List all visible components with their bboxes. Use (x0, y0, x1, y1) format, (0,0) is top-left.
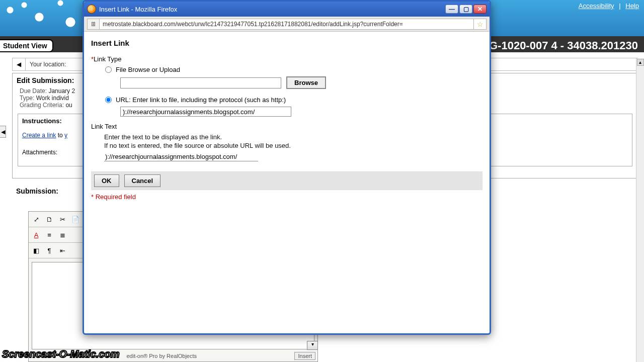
expand-icon[interactable]: ⤢ (31, 214, 42, 225)
instructions-rest-link[interactable]: y (64, 132, 67, 139)
breadcrumb-label: Your location: (26, 61, 66, 68)
file-browse-label: File Browse or Upload (116, 66, 180, 73)
submission-label: Submission: (16, 187, 58, 195)
type-value: Work individ (36, 95, 69, 102)
align-center-icon[interactable]: ≣ (57, 229, 68, 240)
editor-mode: Insert (294, 352, 315, 360)
url-radio[interactable] (105, 97, 112, 103)
font-color-icon[interactable]: A (31, 229, 42, 240)
page-scrollbar[interactable]: ▴ (636, 58, 644, 362)
url-option-label: URL: Enter link to file, including the p… (116, 96, 286, 104)
dialog-title: Insert Link - Mozilla Firefox (99, 6, 445, 13)
left-collapse-handle[interactable]: ◀ (0, 126, 6, 138)
top-links: Accessibility | Help (579, 2, 639, 10)
course-title: G-1020-007 4 - 34038.201230 (489, 39, 638, 52)
required-field-note: * Required field (91, 193, 482, 201)
insert-link-dialog: Insert Link - Mozilla Firefox — ▢ ✕ 🗏 ☆ … (83, 0, 491, 335)
grading-label: Grading Criteria: (20, 102, 64, 109)
editor-zoom-dropdown[interactable]: ▾ (307, 341, 318, 350)
firefox-icon (87, 5, 96, 14)
due-date-value: January 2 (48, 87, 75, 95)
browse-button[interactable]: Browse (286, 76, 326, 89)
accessibility-link[interactable]: Accessibility (579, 2, 614, 10)
dialog-button-bar: OK Cancel (91, 171, 482, 190)
url-input[interactable] (99, 19, 473, 30)
dialog-content: Insert Link *Link Type File Browse or Up… (84, 32, 490, 206)
align-left-icon[interactable]: ≡ (44, 229, 55, 240)
site-identity-icon[interactable]: 🗏 (87, 19, 99, 30)
bookmark-star-icon[interactable]: ☆ (473, 19, 487, 30)
link-text-input[interactable] (104, 152, 258, 161)
grading-value: ou (65, 102, 72, 109)
cancel-button[interactable]: Cancel (124, 174, 161, 187)
outdent-icon[interactable]: ⇤ (57, 245, 68, 256)
ok-button[interactable]: OK (94, 174, 119, 187)
dialog-heading: Insert Link (91, 39, 482, 47)
address-bar: 🗏 ☆ (84, 17, 490, 32)
help-link[interactable]: Help (625, 2, 639, 10)
link-separator: | (619, 2, 620, 10)
cut-icon[interactable]: ✂ (57, 214, 68, 225)
breadcrumb-back-button[interactable]: ◀ (13, 58, 26, 70)
url-value-input[interactable] (120, 107, 291, 117)
link-text-hint1: Enter the text to be displayed as the li… (104, 133, 482, 141)
scroll-up-icon[interactable]: ▴ (637, 59, 644, 66)
dialog-titlebar[interactable]: Insert Link - Mozilla Firefox — ▢ ✕ (84, 2, 490, 17)
link-text-label: Link Text (91, 123, 482, 130)
file-browse-radio[interactable] (105, 66, 112, 73)
due-date-label: Due Date: (20, 87, 47, 95)
type-label: Type: (20, 95, 34, 102)
close-button[interactable]: ✕ (473, 5, 487, 14)
instructions-to: to (58, 132, 63, 139)
minimize-button[interactable]: — (445, 5, 458, 14)
link-text-hint2: If no text is entered, the file source o… (104, 142, 482, 149)
cube-icon[interactable]: ◧ (31, 245, 42, 256)
student-view-tab[interactable]: Student View (0, 39, 53, 52)
copy-icon[interactable]: 📄 (70, 214, 81, 225)
watermark: Screencast-O-Matic.com (2, 348, 119, 360)
new-doc-icon[interactable]: 🗋 (44, 214, 55, 225)
file-path-input[interactable] (120, 77, 281, 88)
pilcrow-icon[interactable]: ¶ (44, 245, 55, 256)
link-type-label: *Link Type (91, 55, 482, 63)
maximize-button[interactable]: ▢ (459, 5, 472, 14)
create-link-link[interactable]: Create a link (22, 132, 56, 139)
